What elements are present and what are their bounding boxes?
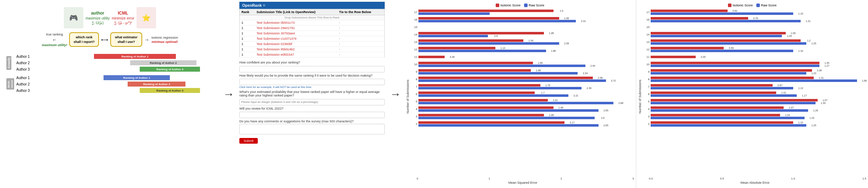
bar-blue: 1.27 — [651, 65, 819, 67]
bar-red: 0.59 — [651, 47, 724, 49]
bar-blue: 1.25 — [651, 42, 806, 45]
multi-author1: Author 1 — [15, 74, 94, 81]
question1-select[interactable] — [239, 66, 385, 72]
chart3-bars: 171.0161.062.3115141.852.6131.542.09121.… — [412, 9, 634, 177]
which-rank-box: which rank shall I report? — [69, 32, 99, 47]
bar-red: 1.07 — [651, 99, 818, 101]
legend-raw-icon — [524, 4, 528, 7]
sub-link-3[interactable]: Test Submission 30793ae4 — [256, 32, 295, 35]
question5-label: Do you have any comments or suggestions … — [239, 120, 385, 123]
bar-row: 61.72.21 — [412, 90, 634, 98]
bar-red: 1.85 — [418, 114, 544, 116]
minimax-label: minimax optimal! — [152, 40, 178, 44]
bar-row: 120.591.16 — [644, 46, 866, 53]
bar-group: 1.992.65 — [418, 106, 634, 112]
submit-button[interactable]: Submit — [239, 138, 258, 144]
bar-red: 1.0 — [418, 10, 553, 12]
bar-group: 0.811.15 — [651, 10, 866, 15]
greedy-author1: Author 1 — [15, 53, 94, 60]
question5-textarea[interactable] — [239, 124, 385, 134]
bar-group: 1.692.44 — [418, 62, 634, 67]
y-tick: 3 — [412, 115, 417, 118]
multi-bar2: Ranking of Author 2 — [128, 82, 185, 87]
minimize-label: minimize error — [112, 16, 134, 20]
bar-red: 1.91 — [418, 99, 548, 101]
y-tick: 15 — [412, 26, 417, 29]
bar-group: 1.792.39 — [418, 84, 634, 89]
chart4-y-label: Number of Submissions — [638, 9, 644, 184]
bar-group: 1.852.6 — [418, 32, 634, 37]
bar-blue: 2.6 — [418, 117, 595, 119]
bar-row: 41.071.26 — [644, 105, 866, 112]
bar-row: 61.011.17 — [644, 90, 866, 98]
bar-row: 121.141.86 — [412, 46, 634, 53]
form-note[interactable]: Click here for an example, it will NOT b… — [239, 85, 385, 89]
y-tick: 7 — [644, 85, 650, 88]
bar-blue: 1.16 — [651, 50, 793, 52]
mario-icon: ⭐ — [137, 7, 156, 28]
bar-red: 0.81 — [651, 10, 728, 12]
bar-group: 1.071.33 — [651, 99, 866, 104]
author-label: author — [91, 11, 104, 16]
bar-red: 1.2 — [651, 39, 801, 42]
bar-blue: 1.23 — [651, 72, 806, 74]
y-tick: 4 — [644, 107, 650, 111]
y-tick: 9 — [644, 70, 650, 73]
y-tick: 8 — [644, 78, 650, 81]
greedy-author3: Author 3 — [15, 66, 94, 72]
sub-link-6[interactable]: Test Submission 95b0c4b2 — [256, 48, 295, 51]
bar-group: 1.091.05 — [651, 32, 866, 37]
y-tick: 11 — [412, 55, 417, 59]
chart4-container: Number of Submissions 170.811.15160.781.… — [638, 9, 866, 184]
sub-link-4[interactable]: Test Submission c14371479 — [256, 37, 296, 40]
question4-select[interactable] — [239, 112, 385, 118]
bar-group: 1.0 — [418, 10, 634, 15]
chart4-x-label: Mean Absolute Error — [644, 181, 866, 184]
bar-red: 0.39 — [418, 56, 445, 58]
y-tick: 14 — [644, 33, 650, 36]
bar-blue: 1.33 — [651, 102, 816, 104]
bar-row: 110.35 — [644, 53, 866, 60]
bar-row: 31.852.6 — [412, 113, 634, 120]
bar-row: 70.971.13 — [644, 83, 866, 90]
rank-col-header: Rank — [240, 9, 255, 15]
bar-row: 31.041.23 — [644, 113, 866, 120]
bar-blue: 1.05 — [651, 35, 782, 37]
bar-row: 131.542.09 — [412, 38, 634, 45]
bar-red: 1.54 — [418, 39, 523, 42]
mae-chart-section: Isotonic Score Raw Score Number of Submi… — [636, 0, 868, 188]
sub-link-2[interactable]: Test Submission 29e01791 — [256, 26, 295, 30]
chart3-x-axis: 0 1 2 3 — [412, 177, 634, 180]
question2-select[interactable] — [239, 79, 385, 85]
y-tick: 3 — [644, 115, 650, 118]
table-row: 1 Test Submission 29e01791 · — [240, 26, 385, 31]
bar-row: 131.21.25 — [644, 38, 866, 45]
bar-row: 91.662.34 — [412, 68, 634, 75]
table-row: 1 Test Submission 02360bf · — [240, 42, 385, 47]
question2-label: How likely would you be to provide the s… — [239, 74, 385, 77]
sub-link-1[interactable]: Test Submission 0b501c73 — [256, 21, 295, 24]
y-tick: 13 — [644, 40, 650, 44]
bar-red: 1.99 — [418, 106, 553, 109]
question3-input[interactable] — [239, 99, 385, 105]
isotonic-label: isotonic regression — [151, 36, 178, 39]
sub-link-5[interactable]: Test Submission 02360bf — [256, 42, 292, 46]
table-row: 1 Test Submission c14371479 · — [240, 36, 385, 42]
bar-red: 1.15 — [651, 121, 793, 124]
bar-blue: 1.66 — [651, 79, 857, 82]
bar-red: 1.06 — [418, 17, 559, 20]
greedy-bar1: Ranking of Author 1 — [94, 54, 176, 59]
bar-blue: 2.31 — [418, 20, 576, 22]
chart4-legend: Isotonic Score Raw Score — [638, 4, 866, 7]
what-estimator-box: what estimator shall I use? — [110, 32, 142, 47]
bar-blue — [418, 12, 490, 15]
sub-link-7[interactable]: Test Submission e0fd1547 — [256, 53, 294, 56]
legend4-isotonic-icon — [728, 4, 731, 7]
bar-red: 0.97 — [651, 84, 773, 87]
arrow2: → — [386, 0, 404, 188]
bar-red: 1.09 — [651, 32, 786, 34]
bar-red: 1.85 — [418, 32, 544, 34]
multi-bar3: Ranking of Author 3 — [140, 88, 200, 93]
bar-row: 91.091.23 — [644, 68, 866, 75]
bar-row: 71.792.39 — [412, 83, 634, 90]
